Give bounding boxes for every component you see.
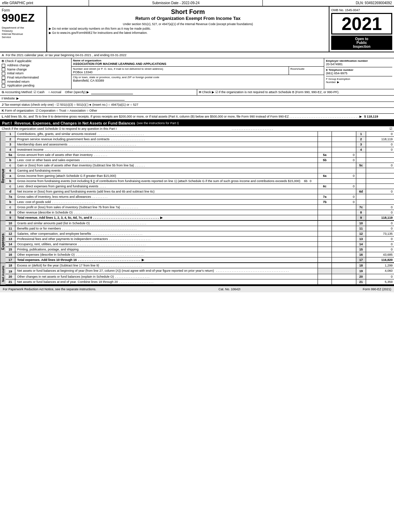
footer-cat: Cat. No. 10642I — [218, 287, 240, 291]
org-name-label: Name of organization — [73, 59, 322, 62]
line5a-finalamt-spacer — [366, 152, 394, 157]
initial-return-checkbox[interactable] — [2, 72, 5, 75]
section-g-other: Other (specify) ▶ — [65, 90, 89, 94]
final-return-label: Final return/terminated — [7, 76, 39, 79]
line-linenum: 16 — [356, 252, 366, 257]
section-b-text: Check if applicable: — [5, 59, 32, 63]
app-pending-label: Application pending — [7, 84, 35, 87]
line-amount: 0 — [366, 226, 394, 231]
section-g-accrual: ○ Accrual — [48, 90, 61, 94]
main-title: Short Form — [49, 8, 327, 16]
app-pending-check[interactable]: Application pending — [2, 84, 69, 88]
initial-return-check[interactable]: Initial return — [2, 72, 69, 75]
part1-dots-check: . . . . . . . . . . . . . . . . . . . . … — [232, 127, 273, 130]
section-l-text: Add lines 5b, 6c, and 7b to line 9 to de… — [5, 115, 289, 118]
footer-form: Form 990-EZ (2021) — [363, 287, 391, 291]
name-change-checkbox[interactable] — [2, 68, 5, 71]
line8-linenum: 8 — [356, 210, 366, 215]
initial-return-label: Initial return — [7, 72, 24, 75]
section-b-label: B — [2, 59, 4, 63]
line5c-finalamt: 0 — [366, 163, 394, 168]
line6b-desc: Gross income from fundraising events (no… — [15, 179, 318, 183]
expenses-line-row: 15 Printing, publications, postage, and … — [6, 247, 394, 252]
org-name: ASSOCIATION FOR MACHINE LEARNING AND APP… — [73, 62, 322, 66]
amended-return-checkbox[interactable] — [2, 80, 5, 83]
line-amount: 0 — [366, 242, 394, 247]
line5c-num: c — [6, 163, 15, 168]
final-return-check[interactable]: Final return/terminated — [2, 76, 69, 80]
dept1: Department of the — [2, 26, 45, 29]
app-pending-checkbox[interactable] — [2, 84, 5, 88]
line17-finalamt: 116,820 — [366, 257, 394, 262]
submission-date: Submission Date - 2022-09-24 — [89, 0, 263, 6]
line-num: 13 — [6, 237, 15, 241]
line-amount: 0 — [366, 247, 394, 252]
section-g-cash: ☑ Cash — [34, 90, 45, 94]
line-amount: 0 — [366, 142, 394, 147]
line18-desc: Excess or (deficit) for the year (Subtra… — [15, 263, 318, 268]
line-linenum: 15 — [356, 247, 366, 252]
part1-see-instructions: (see the instructions for Part I) — [137, 121, 179, 125]
line8-num: 8 — [6, 210, 15, 215]
line7b-ref: 7b — [318, 200, 332, 204]
line5b-ref: 5b — [318, 158, 332, 163]
line-num: 4 — [6, 147, 15, 152]
line-num: 12 — [6, 231, 15, 236]
expenses-line-row: 16 Other expenses (describe in Schedule … — [6, 252, 394, 257]
line7a-ref: 7a — [318, 194, 332, 199]
address-change-label: Address change — [7, 63, 30, 67]
line9-desc: Total revenue. Add lines 1, 2, 3, 4, 5c,… — [15, 215, 318, 220]
form-number: 990EZ — [2, 12, 45, 23]
line-desc: Program service revenue including govern… — [15, 137, 318, 142]
efile-label: efile GRAPHIC print — [0, 0, 89, 6]
line6d-num: d — [6, 189, 15, 194]
line5a-amt: 0 — [332, 152, 356, 157]
name-change-check[interactable]: Name change — [2, 68, 69, 72]
line5c-linenum: 5c — [356, 163, 366, 168]
line-amount: 0 — [366, 237, 394, 241]
line-linenum: 12 — [356, 231, 366, 236]
line6a-desc: Gross income from gaming (attach Schedul… — [15, 173, 318, 178]
line-desc: Grants and similar amounts paid (list in… — [15, 221, 318, 226]
line-amount: 43,685 — [366, 252, 394, 257]
address-change-check[interactable]: Address change — [2, 63, 69, 67]
section-j-label: J — [2, 103, 3, 106]
line7b-num: b — [6, 200, 15, 204]
section-g-label: G — [2, 90, 4, 94]
name-change-label: Name change — [7, 68, 27, 71]
line6c-num: c — [6, 184, 15, 189]
section-l-amount: $ 118,119 — [364, 115, 378, 118]
line6c-amt: 0 — [332, 184, 356, 189]
line6a-amt: 0 — [332, 173, 356, 178]
line-desc: Occupancy, rent, utilities, and maintena… — [15, 242, 318, 247]
section-k-text: Form of organization: ☑ Corporation ○ Tr… — [5, 109, 97, 112]
part1-description: Revenue, Expenses, and Changes in Net As… — [15, 121, 135, 125]
line5b-linenum-spacer — [356, 158, 366, 163]
line20-linenum: 20 — [356, 274, 366, 279]
revenue-side-label: Revenue — [0, 132, 6, 220]
line-num: 1 — [6, 132, 15, 136]
line5c-desc: Gain or (loss) from sale of assets other… — [15, 163, 318, 168]
line21-linenum: 21 — [356, 279, 366, 284]
line18-finalamt: 1,299 — [366, 263, 394, 268]
line-num: 14 — [6, 242, 15, 247]
expenses-line-row: 11 Benefits paid to or for members . . .… — [6, 226, 394, 231]
amended-return-check[interactable]: Amended return — [2, 80, 69, 84]
line-linenum: 11 — [356, 226, 366, 231]
line-num: 2 — [6, 137, 15, 142]
line5a-ref: 5a — [318, 152, 332, 157]
address-change-checkbox[interactable] — [2, 64, 5, 67]
group-label: F Group Exemption — [326, 77, 350, 81]
section-a-text: For the 2021 calendar year, or tax year … — [6, 53, 127, 57]
line7a-amt: 0 — [332, 194, 356, 199]
line20-desc: Other changes in net assets or fund bala… — [15, 274, 318, 279]
line7c-desc: Gross profit or (loss) from sales of inv… — [15, 205, 318, 210]
expenses-side-label: Expenses — [0, 221, 6, 263]
address-value: POBox 13340 — [73, 70, 287, 74]
final-return-checkbox[interactable] — [2, 76, 5, 80]
line-num: 10 — [6, 221, 15, 226]
section-i-text: Website: ▶ — [3, 97, 19, 100]
line9-num: 9 — [6, 215, 15, 220]
line6a-num: a — [6, 173, 15, 178]
goto-text[interactable]: ▶ Go to www.irs.gov/Form990EZ for instru… — [49, 31, 327, 35]
